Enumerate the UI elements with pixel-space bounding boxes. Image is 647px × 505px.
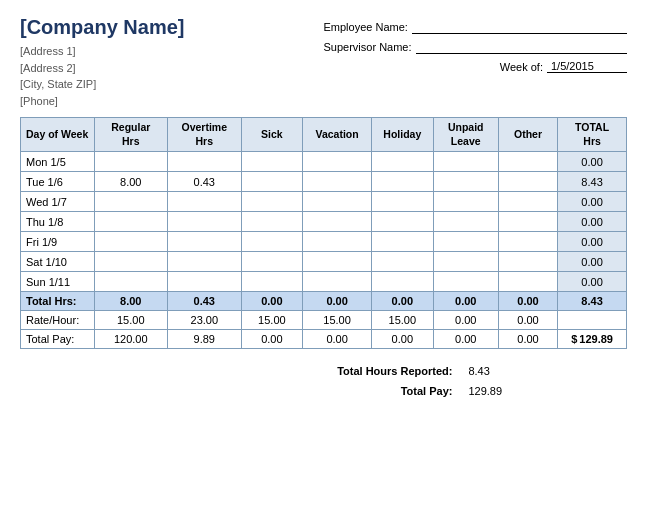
employee-name-label: Employee Name: <box>324 21 408 33</box>
cell-overtime: 0.43 <box>168 172 242 192</box>
cell-vacation <box>303 152 372 172</box>
cell-holiday <box>371 172 433 192</box>
cell-total: 0.00 <box>558 212 627 232</box>
totals-regular: 8.00 <box>94 292 168 311</box>
supervisor-name-field[interactable] <box>416 40 627 54</box>
cell-holiday <box>371 152 433 172</box>
cell-other <box>498 172 557 192</box>
cell-regular <box>94 152 168 172</box>
summary-table: Total Hours Reported: 8.43 Total Pay: 12… <box>20 361 627 401</box>
summary-pay-label: Total Pay: <box>20 381 460 401</box>
cell-other <box>498 212 557 232</box>
table-row: Fri 1/90.00 <box>21 232 627 252</box>
company-name: [Company Name] <box>20 16 324 39</box>
cell-total: 0.00 <box>558 252 627 272</box>
cell-overtime <box>168 252 242 272</box>
col-header-other: Other <box>498 118 557 152</box>
cell-sick <box>241 232 303 252</box>
summary-section: Total Hours Reported: 8.43 Total Pay: 12… <box>20 361 627 401</box>
col-header-total: TOTALHrs <box>558 118 627 152</box>
totals-sick: 0.00 <box>241 292 303 311</box>
col-header-regular: RegularHrs <box>94 118 168 152</box>
pay-label: Total Pay: <box>21 330 95 349</box>
rates-holiday: 15.00 <box>371 311 433 330</box>
cell-day: Sun 1/11 <box>21 272 95 292</box>
cell-total: 0.00 <box>558 152 627 172</box>
rates-sick: 15.00 <box>241 311 303 330</box>
supervisor-name-label: Supervisor Name: <box>324 41 412 53</box>
cell-total: 8.43 <box>558 172 627 192</box>
rates-vacation: 15.00 <box>303 311 372 330</box>
cell-overtime <box>168 212 242 232</box>
cell-regular <box>94 192 168 212</box>
cell-other <box>498 252 557 272</box>
summary-pay-row: Total Pay: 129.89 <box>20 381 627 401</box>
cell-total: 0.00 <box>558 192 627 212</box>
cell-regular <box>94 212 168 232</box>
summary-hours-row: Total Hours Reported: 8.43 <box>20 361 627 381</box>
address2: [Address 2] <box>20 60 324 77</box>
totals-overtime: 0.43 <box>168 292 242 311</box>
cell-vacation <box>303 212 372 232</box>
cell-day: Mon 1/5 <box>21 152 95 172</box>
cell-vacation <box>303 232 372 252</box>
week-of-label: Week of: <box>500 61 543 73</box>
company-info: [Company Name] [Address 1] [Address 2] [… <box>20 16 324 109</box>
cell-holiday <box>371 252 433 272</box>
table-row: Tue 1/68.000.438.43 <box>21 172 627 192</box>
cell-other <box>498 232 557 252</box>
totals-unpaid: 0.00 <box>433 292 498 311</box>
totals-other: 0.00 <box>498 292 557 311</box>
cell-total: 0.00 <box>558 232 627 252</box>
cell-holiday <box>371 272 433 292</box>
summary-hours-value: 8.43 <box>460 361 627 381</box>
cell-vacation <box>303 272 372 292</box>
header-section: [Company Name] [Address 1] [Address 2] [… <box>20 16 627 109</box>
employee-name-field[interactable] <box>412 20 627 34</box>
pay-other: 0.00 <box>498 330 557 349</box>
pay-total: $ 129.89 <box>558 330 627 349</box>
cell-vacation <box>303 252 372 272</box>
summary-pay-value: 129.89 <box>460 381 627 401</box>
cell-overtime <box>168 272 242 292</box>
table-row: Sun 1/110.00 <box>21 272 627 292</box>
rates-regular: 15.00 <box>94 311 168 330</box>
rates-total-empty <box>558 311 627 330</box>
pay-holiday: 0.00 <box>371 330 433 349</box>
totals-vacation: 0.00 <box>303 292 372 311</box>
cell-sick <box>241 152 303 172</box>
cell-unpaid <box>433 252 498 272</box>
pay-overtime: 9.89 <box>168 330 242 349</box>
pay-vacation: 0.00 <box>303 330 372 349</box>
table-row: Thu 1/80.00 <box>21 212 627 232</box>
cell-regular <box>94 232 168 252</box>
cell-unpaid <box>433 212 498 232</box>
totals-total: 8.43 <box>558 292 627 311</box>
cell-regular: 8.00 <box>94 172 168 192</box>
cell-day: Sat 1/10 <box>21 252 95 272</box>
col-header-sick: Sick <box>241 118 303 152</box>
cell-regular <box>94 252 168 272</box>
phone: [Phone] <box>20 93 324 110</box>
cell-other <box>498 192 557 212</box>
cell-holiday <box>371 192 433 212</box>
row-pay: Total Pay: 120.00 9.89 0.00 0.00 0.00 0.… <box>21 330 627 349</box>
cell-unpaid <box>433 272 498 292</box>
cell-unpaid <box>433 152 498 172</box>
cell-other <box>498 272 557 292</box>
cell-unpaid <box>433 172 498 192</box>
cell-holiday <box>371 212 433 232</box>
employee-info: Employee Name: Supervisor Name: Week of:… <box>324 16 628 109</box>
cell-day: Fri 1/9 <box>21 232 95 252</box>
cell-day: Tue 1/6 <box>21 172 95 192</box>
col-header-day: Day of Week <box>21 118 95 152</box>
address1: [Address 1] <box>20 43 324 60</box>
employee-name-row: Employee Name: <box>324 20 628 34</box>
city-state-zip: [City, State ZIP] <box>20 76 324 93</box>
col-header-vacation: Vacation <box>303 118 372 152</box>
cell-sick <box>241 192 303 212</box>
pay-unpaid: 0.00 <box>433 330 498 349</box>
rates-other: 0.00 <box>498 311 557 330</box>
cell-sick <box>241 172 303 192</box>
timesheet-table: Day of Week RegularHrs OvertimeHrs Sick … <box>20 117 627 349</box>
